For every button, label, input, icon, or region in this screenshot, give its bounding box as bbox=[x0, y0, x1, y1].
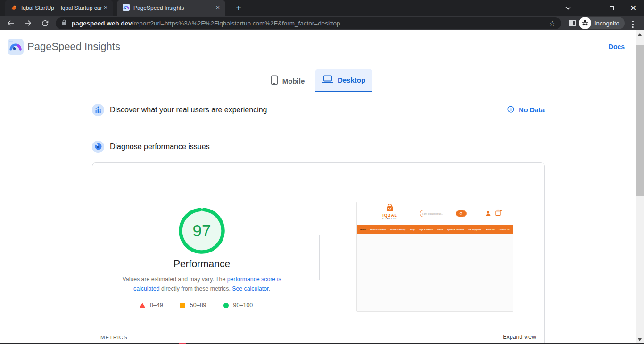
psi-header: PageSpeed Insights Docs bbox=[0, 30, 644, 63]
legend-label: 50–89 bbox=[190, 302, 206, 309]
tab-title: Iqbal StartUp – Iqbal Startup carri bbox=[21, 5, 102, 11]
new-tab-button[interactable]: + bbox=[233, 2, 244, 14]
orange-square-icon bbox=[180, 303, 185, 308]
thumb-cart-icon bbox=[495, 209, 502, 216]
back-button[interactable] bbox=[6, 18, 16, 28]
disclaimer-text: directly from these metrics. bbox=[159, 285, 232, 292]
scrollbar-down-arrow[interactable] bbox=[638, 338, 642, 341]
green-circle-icon bbox=[223, 303, 229, 308]
docs-link[interactable]: Docs bbox=[609, 30, 625, 63]
lock-icon bbox=[61, 19, 67, 28]
desktop-laptop-icon bbox=[322, 75, 333, 85]
tab-close-icon[interactable]: × bbox=[102, 4, 109, 12]
thumb-nav-item: Contact Us bbox=[499, 228, 510, 231]
iqbal-favicon bbox=[10, 4, 17, 13]
legend-label: 90–100 bbox=[233, 302, 253, 309]
mobile-phone-icon bbox=[271, 75, 278, 87]
scrollbar-thumb[interactable] bbox=[636, 45, 644, 196]
metrics-section-label: METRICS bbox=[100, 335, 127, 340]
thumb-site-logo: IQBAL STARTUP bbox=[376, 204, 404, 220]
tab-pagespeed-insights[interactable]: PageSpeed Insights × bbox=[117, 0, 225, 16]
address-bar[interactable]: pagespeed.web.dev/report?url=https%3A%2F… bbox=[56, 17, 561, 29]
score-legend: 0–49 50–89 90–100 bbox=[140, 302, 272, 309]
diagnose-title: Diagnose performance issues bbox=[110, 135, 210, 159]
browser-window: Iqbal StartUp – Iqbal Startup carri × Pa… bbox=[0, 0, 644, 344]
diagnose-gauge-icon bbox=[92, 141, 104, 153]
legend-pass-range: 90–100 bbox=[223, 302, 253, 309]
discover-title: Discover what your real users are experi… bbox=[110, 98, 267, 122]
thumb-logo-text: IQBAL bbox=[376, 213, 404, 218]
expand-view-button[interactable]: Expand view bbox=[503, 334, 536, 340]
tab-bar: Iqbal StartUp – Iqbal Startup carri × Pa… bbox=[0, 0, 644, 16]
thumb-nav-item: Pet Suppliers bbox=[469, 228, 481, 231]
tab-iqbal-startup[interactable]: Iqbal StartUp – Iqbal Startup carri × bbox=[5, 0, 113, 16]
tab-mobile[interactable]: Mobile bbox=[265, 69, 310, 92]
pagespeed-favicon bbox=[123, 4, 130, 13]
performance-report-card: 97 Performance Values are estimated and … bbox=[92, 162, 545, 344]
pagespeed-logo-icon bbox=[8, 39, 24, 57]
url-domain: pagespeed.web.dev bbox=[72, 20, 132, 27]
tab-mobile-label: Mobile bbox=[282, 77, 305, 85]
vertical-divider bbox=[319, 235, 320, 280]
thumb-page-body bbox=[357, 234, 513, 311]
tab-desktop-label: Desktop bbox=[338, 76, 365, 84]
thumb-nav-item: About Us bbox=[486, 228, 495, 231]
tab-close-icon[interactable]: × bbox=[214, 4, 222, 12]
incognito-profile-chip[interactable]: Incognito bbox=[579, 17, 625, 29]
restore-button[interactable] bbox=[601, 0, 622, 16]
thumb-nav-item: Health & Beauty bbox=[390, 228, 405, 231]
thumb-search-button bbox=[456, 210, 466, 217]
forward-button[interactable] bbox=[23, 18, 33, 28]
thumb-logo-subtext: STARTUP bbox=[376, 218, 404, 220]
legend-average-range: 50–89 bbox=[180, 302, 206, 309]
incognito-label: Incognito bbox=[594, 20, 619, 27]
shopping-bag-icon bbox=[386, 204, 394, 212]
close-window-button[interactable]: ✕ bbox=[622, 0, 644, 16]
thumb-nav-item: Office bbox=[437, 228, 443, 231]
diagnose-section: Diagnose performance issues bbox=[92, 135, 545, 159]
performance-label: Performance bbox=[155, 258, 249, 269]
tab-desktop[interactable]: Desktop bbox=[315, 69, 372, 92]
window-controls: ✕ bbox=[557, 0, 644, 16]
browser-menu-icon[interactable] bbox=[632, 19, 634, 29]
score-disclaimer: Values are estimated and may vary. The p… bbox=[119, 275, 284, 294]
discover-section: Discover what your real users are experi… bbox=[92, 98, 545, 122]
minimize-button[interactable] bbox=[579, 0, 601, 16]
reload-button[interactable] bbox=[40, 18, 50, 28]
disclaimer-text: Values are estimated and may vary. The bbox=[123, 276, 227, 283]
no-data-label: No Data bbox=[519, 106, 545, 114]
tab-search-chevron-icon[interactable] bbox=[557, 0, 579, 16]
performance-score-value: 97 bbox=[178, 207, 226, 255]
incognito-icon bbox=[579, 17, 591, 29]
thumb-search-placeholder: I am searching for... bbox=[420, 212, 456, 215]
disclaimer-text: . bbox=[268, 285, 270, 292]
url-path: /report?url=https%3A%2F%2Fiqbalstartup.c… bbox=[132, 20, 340, 27]
scrollbar-up-arrow[interactable] bbox=[638, 33, 642, 36]
thumb-nav-bar: Home Home & Kitchen Health & Beauty Baby… bbox=[357, 225, 513, 234]
legend-fail-range: 0–49 bbox=[140, 302, 163, 309]
browser-toolbar: pagespeed.web.dev/report?url=https%3A%2F… bbox=[0, 16, 644, 30]
thumb-nav-item: Toys & Games bbox=[419, 228, 433, 231]
tab-title: PageSpeed Insights bbox=[133, 5, 214, 11]
bookmark-star-icon[interactable]: ☆ bbox=[549, 19, 555, 28]
thumb-site-header: IQBAL STARTUP I am searching for... bbox=[357, 202, 513, 225]
site-screenshot-thumbnail[interactable]: IQBAL STARTUP I am searching for... Home… bbox=[356, 202, 513, 312]
page-scrollbar bbox=[636, 30, 644, 344]
thumb-nav-item: Home & Kitchen bbox=[370, 228, 386, 231]
form-factor-tabs: Mobile Desktop bbox=[265, 69, 372, 92]
legend-label: 0–49 bbox=[150, 302, 163, 309]
performance-score-gauge: 97 bbox=[178, 207, 226, 255]
see-calculator-link[interactable]: See calculator bbox=[232, 285, 268, 292]
side-panel-icon[interactable] bbox=[569, 20, 576, 26]
page-title: PageSpeed Insights bbox=[27, 30, 120, 63]
thumb-nav-item: Baby bbox=[410, 228, 415, 231]
section-divider bbox=[92, 124, 545, 124]
thumb-account-icon bbox=[485, 210, 491, 217]
thumb-search-bar: I am searching for... bbox=[420, 210, 467, 217]
no-data-status[interactable]: No Data bbox=[507, 98, 545, 122]
thumb-nav-item: Sports & Outdoor bbox=[447, 228, 464, 231]
real-users-icon bbox=[92, 104, 104, 116]
red-triangle-icon bbox=[140, 303, 145, 308]
info-icon bbox=[507, 106, 514, 115]
thumb-nav-item: Home bbox=[360, 228, 366, 231]
